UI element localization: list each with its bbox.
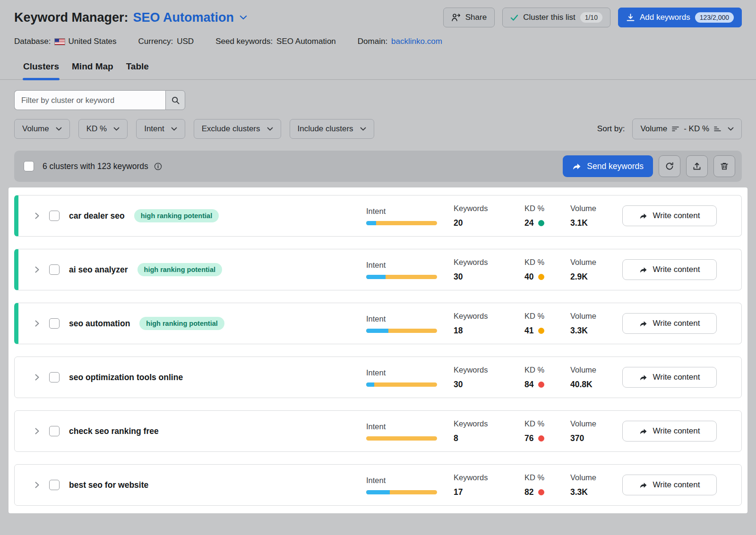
expand-chevron-icon[interactable]	[34, 373, 40, 382]
kd-dot	[538, 328, 544, 334]
cluster-checkbox[interactable]	[49, 426, 60, 436]
cluster-checkbox[interactable]	[49, 372, 60, 382]
expand-chevron-icon[interactable]	[34, 212, 40, 220]
tab-table[interactable]: Table	[126, 58, 149, 79]
add-keywords-button[interactable]: Add keywords 123/2,000	[618, 8, 742, 27]
action-column: Write content	[622, 259, 741, 280]
filter-intent-label: Intent	[144, 124, 164, 134]
send-keywords-button[interactable]: Send keywords	[563, 155, 653, 177]
meta-database: Database: United States	[14, 37, 117, 46]
chevron-down-icon	[267, 127, 273, 131]
filter-exclude-clusters[interactable]: Exclude clusters	[194, 119, 281, 139]
write-content-button[interactable]: Write content	[622, 475, 717, 495]
intent-column: Intent	[366, 476, 454, 494]
filter-exclude-label: Exclude clusters	[202, 124, 260, 134]
database-value: United States	[69, 37, 117, 46]
selection-bar: 6 clusters with 123 keywords Send keywor…	[14, 151, 742, 182]
cluster-this-list-button[interactable]: Cluster this list 1/10	[502, 8, 610, 27]
share-button[interactable]: Share	[443, 8, 495, 27]
expand-chevron-icon[interactable]	[34, 265, 40, 274]
currency-value: USD	[177, 37, 194, 46]
list-switcher-chevron-icon[interactable]	[240, 15, 247, 20]
kd-dot	[538, 274, 544, 280]
cluster-row: car dealer seo high ranking potential In…	[14, 195, 742, 237]
info-icon[interactable]	[154, 162, 162, 170]
expand-chevron-icon[interactable]	[34, 481, 40, 489]
seed-keywords-label: Seed keywords:	[215, 37, 273, 46]
filter-kd[interactable]: KD %	[78, 119, 128, 139]
check-icon	[510, 14, 518, 21]
cluster-checkbox[interactable]	[49, 211, 60, 221]
cluster-row: seo automation high ranking potential In…	[14, 303, 742, 344]
expand-chevron-icon[interactable]	[34, 319, 40, 328]
forward-arrow-icon	[639, 212, 647, 220]
search-icon	[171, 96, 180, 105]
write-content-button[interactable]: Write content	[622, 205, 717, 226]
write-content-label: Write content	[653, 426, 700, 436]
kd-label: KD %	[524, 419, 570, 428]
filter-volume[interactable]: Volume	[14, 119, 70, 139]
keywords-value: 18	[454, 326, 524, 336]
search-button[interactable]	[165, 90, 185, 110]
write-content-button[interactable]: Write content	[622, 367, 717, 388]
intent-bar	[366, 275, 437, 279]
tab-mind-map[interactable]: Mind Map	[71, 58, 114, 79]
search-input[interactable]	[14, 90, 165, 110]
cluster-metrics: Intent Keywords 30 KD % 84 Volume 40.8K	[366, 365, 741, 390]
filter-search	[14, 90, 185, 110]
kd-value: 40	[524, 272, 533, 282]
keywords-quota-badge: 123/2,000	[695, 12, 734, 23]
filter-intent[interactable]: Intent	[136, 119, 185, 139]
volume-value: 370	[570, 433, 622, 443]
intent-column: Intent	[366, 207, 454, 225]
write-content-button[interactable]: Write content	[622, 313, 717, 334]
intent-column: Intent	[366, 261, 454, 279]
header-row: Keyword Manager: SEO Automation Share Cl…	[14, 8, 742, 27]
cluster-name: seo automation	[69, 319, 130, 329]
select-all-checkbox[interactable]	[24, 161, 34, 171]
action-column: Write content	[622, 367, 741, 388]
cluster-checkbox[interactable]	[49, 264, 60, 275]
delete-button[interactable]	[713, 155, 735, 177]
kd-column: KD % 84	[524, 365, 570, 390]
sort-descending-icon	[672, 126, 679, 132]
keywords-label: Keywords	[454, 365, 524, 374]
cluster-metrics: Intent Keywords 30 KD % 40 Volume 2.9K	[366, 258, 741, 282]
intent-bar-segment-blue	[366, 329, 388, 333]
kd-value-wrap: 40	[524, 272, 570, 282]
kd-value-wrap: 24	[524, 218, 570, 228]
forward-arrow-icon	[639, 266, 647, 273]
cluster-quota-badge: 1/10	[580, 12, 602, 23]
volume-label: Volume	[570, 365, 622, 374]
cluster-row-left: car dealer seo high ranking potential	[18, 209, 366, 222]
ranking-badge: high ranking potential	[139, 317, 224, 330]
volume-value: 3.3K	[570, 487, 622, 497]
forward-arrow-icon	[639, 374, 647, 381]
domain-link[interactable]: backlinko.com	[391, 37, 442, 46]
intent-label: Intent	[366, 207, 454, 216]
volume-label: Volume	[570, 419, 622, 428]
export-button[interactable]	[686, 155, 708, 177]
export-icon	[692, 161, 702, 171]
intent-label: Intent	[366, 314, 454, 323]
volume-label: Volume	[570, 204, 622, 213]
cluster-name: car dealer seo	[69, 211, 125, 221]
keywords-label: Keywords	[454, 258, 524, 267]
currency-label: Currency:	[138, 37, 173, 46]
write-content-button[interactable]: Write content	[622, 259, 717, 280]
filter-include-clusters[interactable]: Include clusters	[290, 119, 374, 139]
refresh-button[interactable]	[659, 155, 680, 177]
kd-dot	[538, 435, 544, 442]
intent-bar-segment-blue	[366, 382, 374, 387]
list-name[interactable]: SEO Automation	[133, 10, 234, 25]
expand-chevron-icon[interactable]	[34, 427, 40, 435]
volume-column: Volume 2.9K	[570, 258, 622, 282]
ranking-badge: high ranking potential	[137, 263, 222, 276]
tab-clusters[interactable]: Clusters	[23, 58, 60, 79]
write-content-button[interactable]: Write content	[622, 421, 717, 442]
write-content-label: Write content	[653, 373, 700, 382]
sort-dropdown[interactable]: Volume - KD %	[632, 119, 742, 139]
volume-column: Volume 40.8K	[570, 365, 622, 390]
cluster-checkbox[interactable]	[49, 318, 60, 329]
cluster-checkbox[interactable]	[49, 480, 60, 490]
